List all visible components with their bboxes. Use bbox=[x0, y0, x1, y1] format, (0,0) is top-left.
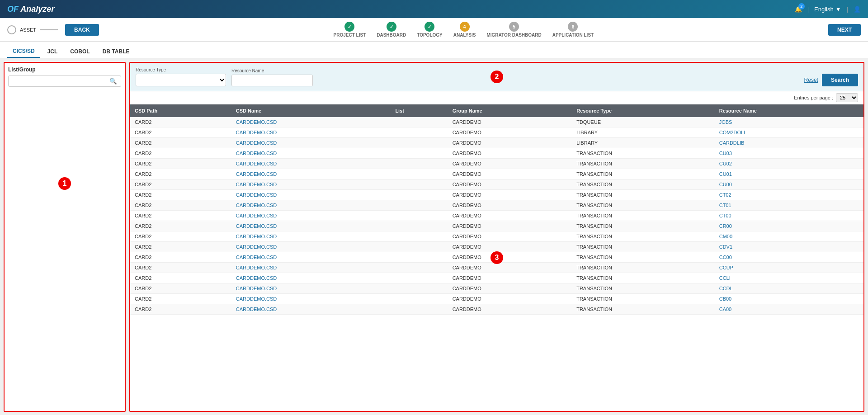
search-button[interactable]: Search bbox=[822, 74, 858, 86]
col-resource-name: Resource Name bbox=[715, 104, 863, 117]
tab-db-table[interactable]: DB TABLE bbox=[97, 45, 135, 58]
cell-resource-name[interactable]: CC00 bbox=[715, 252, 863, 263]
table-row: CARD2 CARDDEMO.CSD CARDDEMO TRANSACTION … bbox=[130, 273, 863, 283]
bell-icon[interactable]: 🔔 2 bbox=[795, 6, 802, 13]
step-dashboard: ✓ DASHBOARD bbox=[377, 22, 406, 38]
cell-csd-name[interactable]: CARDDEMO.CSD bbox=[231, 127, 391, 138]
back-button[interactable]: BACK bbox=[65, 24, 99, 36]
table-row: CARD2 CARDDEMO.CSD CARDDEMO TRANSACTION … bbox=[130, 294, 863, 304]
cell-csd-name[interactable]: CARDDEMO.CSD bbox=[231, 148, 391, 159]
cell-resource-name[interactable]: CDV1 bbox=[715, 242, 863, 252]
step-circle-1: ✓ bbox=[344, 22, 354, 32]
cell-resource-type: TRANSACTION bbox=[572, 242, 715, 252]
cell-csd-name[interactable]: CARDDEMO.CSD bbox=[231, 138, 391, 148]
table-row: CARD2 CARDDEMO.CSD CARDDEMO TRANSACTION … bbox=[130, 148, 863, 159]
tab-cobol[interactable]: COBOL bbox=[65, 45, 95, 58]
cell-resource-name[interactable]: CT01 bbox=[715, 200, 863, 211]
reset-button[interactable]: Reset bbox=[804, 77, 818, 83]
list-search-input[interactable] bbox=[12, 78, 109, 85]
cell-csd-name[interactable]: CARDDEMO.CSD bbox=[231, 117, 391, 127]
cell-list bbox=[391, 211, 448, 221]
tab-cics-sd[interactable]: CICS/SD bbox=[7, 45, 40, 58]
cell-resource-name[interactable]: CU03 bbox=[715, 148, 863, 159]
left-panel: List/Group 🔍 1 bbox=[4, 62, 126, 412]
notification-badge: 2 bbox=[798, 3, 805, 9]
resource-name-field: Resource Name bbox=[231, 68, 313, 86]
cell-resource-name[interactable]: CB00 bbox=[715, 294, 863, 304]
col-csd-path: CSD Path bbox=[130, 104, 231, 117]
cell-csd-name[interactable]: CARDDEMO.CSD bbox=[231, 263, 391, 273]
cell-list bbox=[391, 117, 448, 127]
user-icon[interactable]: 👤 bbox=[854, 6, 861, 13]
cell-csd-name[interactable]: CARDDEMO.CSD bbox=[231, 200, 391, 211]
cell-csd-path: CARD2 bbox=[130, 263, 231, 273]
cell-resource-name[interactable]: CT00 bbox=[715, 211, 863, 221]
cell-group-name: CARDDEMO bbox=[448, 294, 572, 304]
results-table: CSD Path CSD Name List Group Name Resour… bbox=[130, 104, 863, 315]
cell-csd-path: CARD2 bbox=[130, 304, 231, 315]
cell-csd-name[interactable]: CARDDEMO.CSD bbox=[231, 242, 391, 252]
cell-resource-type: TRANSACTION bbox=[572, 159, 715, 169]
header-right: 🔔 2 | English ▼ | 👤 bbox=[795, 6, 861, 13]
filter-area: Resource Type Resource Name 2 Reset Sear… bbox=[130, 63, 863, 91]
list-search-button[interactable]: 🔍 bbox=[109, 78, 117, 85]
cell-csd-name[interactable]: CARDDEMO.CSD bbox=[231, 179, 391, 190]
step-project-list: ✓ PROJECT LIST bbox=[334, 22, 366, 38]
cell-csd-path: CARD2 bbox=[130, 179, 231, 190]
cell-resource-type: TRANSACTION bbox=[572, 273, 715, 283]
cell-csd-path: CARD2 bbox=[130, 283, 231, 294]
cell-csd-name[interactable]: CARDDEMO.CSD bbox=[231, 231, 391, 242]
cell-resource-type: TRANSACTION bbox=[572, 304, 715, 315]
cell-resource-name[interactable]: CU02 bbox=[715, 159, 863, 169]
cell-csd-name[interactable]: CARDDEMO.CSD bbox=[231, 304, 391, 315]
cell-csd-path: CARD2 bbox=[130, 200, 231, 211]
resource-name-input[interactable] bbox=[231, 75, 313, 86]
step-analysis: 4 ANALYSIS bbox=[453, 22, 476, 38]
cell-csd-name[interactable]: CARDDEMO.CSD bbox=[231, 190, 391, 200]
cell-resource-name[interactable]: CA00 bbox=[715, 304, 863, 315]
resource-name-label: Resource Name bbox=[231, 68, 313, 73]
language-selector[interactable]: English ▼ bbox=[814, 6, 841, 13]
cell-resource-name[interactable]: JOBS bbox=[715, 117, 863, 127]
cell-list bbox=[391, 169, 448, 179]
cell-resource-name[interactable]: COM2DOLL bbox=[715, 127, 863, 138]
cell-group-name: CARDDEMO bbox=[448, 179, 572, 190]
cell-resource-name[interactable]: CCUP bbox=[715, 263, 863, 273]
cell-resource-type: TRANSACTION bbox=[572, 263, 715, 273]
cell-csd-path: CARD2 bbox=[130, 273, 231, 283]
cell-list bbox=[391, 252, 448, 263]
cell-resource-type: LIBRARY bbox=[572, 127, 715, 138]
cell-csd-name[interactable]: CARDDEMO.CSD bbox=[231, 252, 391, 263]
badge-1: 1 bbox=[58, 177, 71, 190]
resource-type-select[interactable] bbox=[136, 74, 226, 86]
tabs-bar: CICS/SD JCL COBOL DB TABLE bbox=[0, 42, 868, 58]
cell-csd-name[interactable]: CARDDEMO.CSD bbox=[231, 221, 391, 231]
table-row: CARD2 CARDDEMO.CSD CARDDEMO TRANSACTION … bbox=[130, 200, 863, 211]
badge-2: 2 bbox=[491, 71, 503, 83]
cell-csd-name[interactable]: CARDDEMO.CSD bbox=[231, 273, 391, 283]
cell-csd-name[interactable]: CARDDEMO.CSD bbox=[231, 211, 391, 221]
cell-resource-name[interactable]: CU01 bbox=[715, 169, 863, 179]
cell-group-name: CARDDEMO bbox=[448, 242, 572, 252]
cell-csd-name[interactable]: CARDDEMO.CSD bbox=[231, 159, 391, 169]
next-button[interactable]: NEXT bbox=[828, 24, 861, 36]
table-row: CARD2 CARDDEMO.CSD CARDDEMO TRANSACTION … bbox=[130, 211, 863, 221]
cell-resource-name[interactable]: CT02 bbox=[715, 190, 863, 200]
cell-resource-name[interactable]: CM00 bbox=[715, 231, 863, 242]
cell-csd-name[interactable]: CARDDEMO.CSD bbox=[231, 294, 391, 304]
list-group-title: List/Group bbox=[8, 66, 121, 73]
cell-resource-name[interactable]: CCDL bbox=[715, 283, 863, 294]
cell-csd-name[interactable]: CARDDEMO.CSD bbox=[231, 283, 391, 294]
cell-resource-name[interactable]: CCLI bbox=[715, 273, 863, 283]
step-topology: ✓ TOPOLOGY bbox=[417, 22, 443, 38]
cell-group-name: CARDDEMO bbox=[448, 169, 572, 179]
cell-resource-name[interactable]: CARDDLIB bbox=[715, 138, 863, 148]
cell-list bbox=[391, 159, 448, 169]
tab-jcl[interactable]: JCL bbox=[42, 45, 63, 58]
cell-resource-name[interactable]: CU00 bbox=[715, 179, 863, 190]
entries-select[interactable]: 25 50 100 bbox=[836, 93, 858, 102]
data-table: CSD Path CSD Name List Group Name Resour… bbox=[130, 104, 863, 411]
cell-list bbox=[391, 263, 448, 273]
cell-csd-name[interactable]: CARDDEMO.CSD bbox=[231, 169, 391, 179]
cell-resource-name[interactable]: CR00 bbox=[715, 221, 863, 231]
